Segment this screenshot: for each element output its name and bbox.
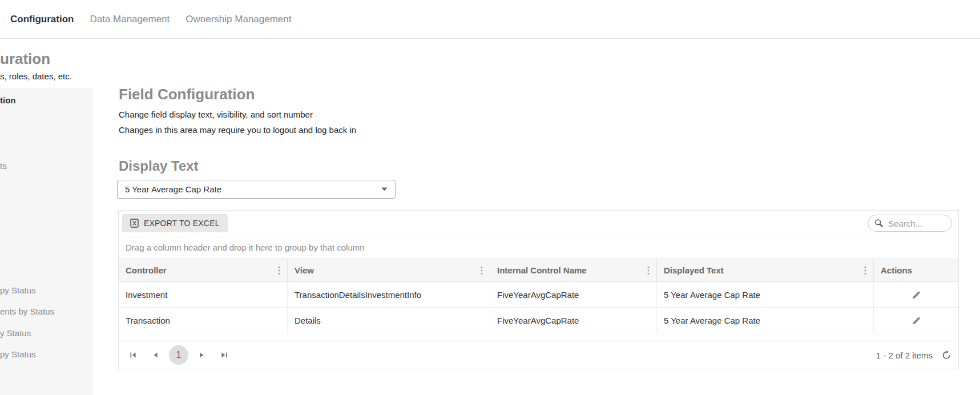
export-button-label: EXPORT TO EXCEL	[144, 219, 220, 228]
sidebar-item-by-status-4[interactable]: py Status	[0, 349, 36, 359]
table-row: Investment TransactionDetailsInvestmentI…	[119, 282, 958, 308]
column-header-label: Displayed Text	[664, 265, 724, 275]
sidebar-item-by-status-3[interactable]: y Status	[0, 328, 31, 338]
caret-down-icon	[381, 187, 388, 191]
refresh-button[interactable]	[941, 350, 951, 360]
last-page-icon	[219, 350, 228, 360]
page-description-line2: Changes in this area may require you to …	[119, 125, 356, 135]
field-configuration-grid: EXPORT TO EXCEL Drag a column header and…	[118, 210, 959, 369]
next-page-icon	[197, 350, 206, 360]
column-header-displayed-text[interactable]: Displayed Text	[657, 259, 874, 281]
column-menu-icon[interactable]	[647, 266, 650, 277]
pencil-icon	[912, 316, 921, 325]
column-header-view[interactable]: View	[288, 259, 490, 281]
excel-file-icon	[130, 219, 139, 228]
table-row: Transaction Details FiveYearAvgCapRate 5…	[119, 308, 958, 333]
grid-header-row: Controller View Internal Control Name Di…	[119, 259, 958, 282]
column-header-label: View	[295, 265, 314, 275]
grid-empty-space	[119, 333, 958, 341]
cell-actions	[874, 282, 958, 307]
cell-controller: Transaction	[119, 308, 288, 333]
sidebar-subtitle: s, roles, dates, etc.	[0, 71, 72, 81]
page-description-line1: Change field display text, visibility, a…	[119, 110, 313, 119]
sidebar-item-field-configuration[interactable]: tion	[0, 95, 16, 105]
column-header-label: Actions	[881, 265, 912, 275]
sidebar-item-by-status-2[interactable]: ents by Status	[0, 307, 54, 316]
grid-toolbar: EXPORT TO EXCEL	[119, 211, 958, 236]
cell-displayed-text: 5 Year Average Cap Rate	[657, 282, 874, 307]
column-header-internal-control-name[interactable]: Internal Control Name	[490, 259, 657, 281]
top-navigation: Configuration Data Management Ownership …	[0, 0, 980, 39]
cell-actions	[874, 308, 958, 333]
column-menu-icon[interactable]	[481, 266, 483, 277]
column-header-actions: Actions	[874, 259, 958, 281]
cell-internal-control-name: FiveYearAvgCapRate	[490, 282, 657, 307]
column-header-label: Controller	[126, 265, 167, 275]
last-page-button[interactable]	[215, 346, 233, 364]
pencil-icon	[912, 290, 921, 300]
current-page-button[interactable]: 1	[169, 345, 188, 365]
page-title: Field Configuration	[119, 86, 255, 103]
tab-data-management[interactable]: Data Management	[90, 14, 170, 25]
pager-summary: 1 - 2 of 2 items	[876, 350, 933, 360]
prev-page-icon	[151, 350, 160, 360]
grid-pager: 1 1 - 2 of 2 items	[119, 341, 958, 369]
export-to-excel-button[interactable]: EXPORT TO EXCEL	[122, 214, 228, 232]
tab-configuration[interactable]: Configuration	[10, 14, 74, 25]
first-page-icon	[129, 350, 138, 360]
cell-internal-control-name: FiveYearAvgCapRate	[490, 308, 657, 333]
section-title-display-text: Display Text	[119, 158, 199, 174]
dropdown-selected-value: 5 Year Average Cap Rate	[125, 184, 221, 194]
edit-button[interactable]	[908, 286, 925, 303]
first-page-button[interactable]	[124, 346, 143, 364]
group-hint-text: Drag a column header and drop it here to…	[126, 243, 365, 252]
group-drop-area[interactable]: Drag a column header and drop it here to…	[119, 236, 958, 259]
search-input[interactable]	[888, 219, 945, 228]
grid-search-box	[868, 215, 952, 232]
sidebar-item-by-status-1[interactable]: py Status	[0, 285, 36, 295]
tab-ownership-management[interactable]: Ownership Management	[185, 14, 291, 25]
magnifier-icon	[874, 219, 884, 228]
display-text-dropdown[interactable]: 5 Year Average Cap Rate	[117, 180, 396, 199]
cell-controller: Investment	[119, 282, 288, 307]
next-page-button[interactable]	[192, 346, 211, 364]
sidebar-item[interactable]: ts	[0, 161, 7, 171]
column-header-label: Internal Control Name	[497, 265, 587, 275]
column-header-controller[interactable]: Controller	[119, 259, 288, 281]
cell-view: TransactionDetailsInvestmentInfo	[288, 282, 490, 307]
refresh-icon	[941, 350, 951, 360]
column-menu-icon[interactable]	[278, 266, 280, 277]
edit-button[interactable]	[908, 312, 925, 329]
sidebar-heading: uration	[0, 50, 50, 68]
prev-page-button[interactable]	[147, 346, 165, 364]
cell-view: Details	[288, 308, 490, 333]
column-menu-icon[interactable]	[864, 266, 866, 277]
cell-displayed-text: 5 Year Average Cap Rate	[657, 308, 874, 333]
